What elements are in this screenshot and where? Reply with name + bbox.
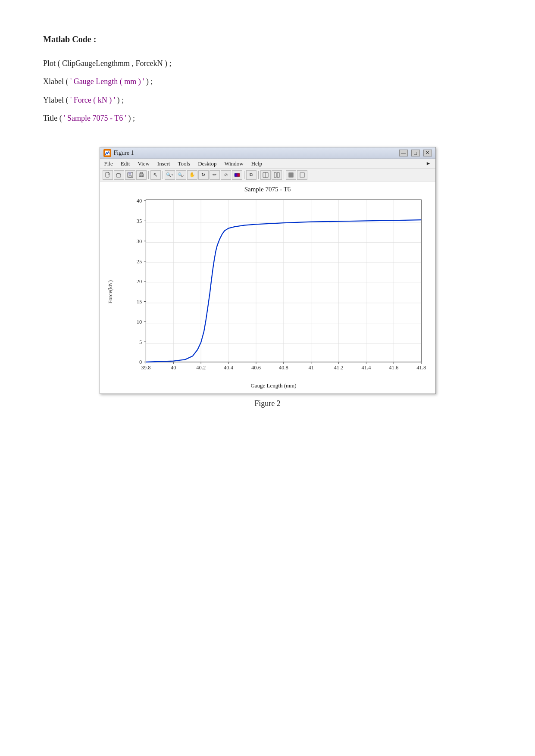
svg-text:40.4: 40.4 — [224, 364, 234, 370]
menu-insert[interactable]: Insert — [156, 160, 171, 168]
toolbar-sep5 — [284, 171, 284, 179]
figure-plot-area: Sample 7075 - T6 Force(kN) — [100, 181, 435, 394]
code-line-1: Plot ( ClipGaugeLengthmm , ForcekN ) ; — [43, 56, 492, 70]
close-button[interactable]: ✕ — [423, 150, 432, 156]
menu-file[interactable]: File — [103, 160, 114, 168]
svg-text:40: 40 — [171, 364, 176, 370]
svg-text:40: 40 — [136, 198, 142, 204]
toolbar-copy-btn[interactable]: ⧉ — [246, 170, 257, 180]
code-line-4: Title ( ' Sample 7075 - T6 ' ) ; — [43, 111, 492, 125]
toolbar-print-btn[interactable] — [136, 170, 147, 180]
svg-text:41.4: 41.4 — [361, 364, 371, 370]
svg-rect-12 — [274, 172, 276, 178]
code-line-2: Xlabel ( ' Gauge Length ( mm ) ' ) ; — [43, 75, 492, 88]
menu-edit[interactable]: Edit — [120, 160, 131, 168]
svg-text:40.2: 40.2 — [196, 364, 206, 370]
toolbar-sep2 — [163, 171, 163, 179]
code-line4-str: ' Sample 7075 - T6 ' — [64, 114, 126, 122]
code-line3-post: ) ; — [115, 96, 124, 104]
toolbar-brush-btn[interactable]: ✏ — [210, 170, 220, 180]
code-line3-str: ' Force ( kN ) ' — [70, 96, 115, 104]
svg-text:41.6: 41.6 — [389, 364, 398, 370]
minimize-button[interactable]: — — [399, 150, 408, 156]
figure-titlebar-left: Figure 1 — [103, 149, 134, 157]
svg-text:25: 25 — [136, 258, 142, 264]
menu-help[interactable]: Help — [250, 160, 263, 168]
svg-text:41: 41 — [308, 364, 314, 370]
toolbar-tile2-btn[interactable] — [272, 170, 282, 180]
svg-rect-14 — [289, 173, 293, 177]
toolbar-open-btn[interactable] — [114, 170, 124, 180]
menu-view[interactable]: View — [137, 160, 150, 168]
svg-text:30: 30 — [136, 238, 142, 244]
toolbar-sep4 — [258, 171, 259, 179]
plot-svg: 0 5 10 15 20 — [116, 195, 431, 381]
y-label: Force(kN) — [104, 195, 116, 389]
code-line2-post: ) ; — [144, 77, 153, 86]
svg-text:15: 15 — [136, 299, 142, 305]
toolbar-sep3 — [244, 171, 244, 179]
code-line4-pre: Title ( — [43, 114, 64, 122]
plot-container: Force(kN) — [104, 195, 431, 389]
svg-rect-5 — [129, 175, 131, 177]
figure-window: Figure 1 — □ ✕ File Edit View Insert Too… — [100, 147, 436, 394]
menu-tools[interactable]: Tools — [177, 160, 191, 168]
svg-text:41.2: 41.2 — [334, 364, 343, 370]
svg-rect-13 — [277, 172, 279, 178]
svg-text:20: 20 — [136, 278, 142, 284]
svg-text:5: 5 — [139, 339, 142, 345]
code-line4-post: ) ; — [126, 114, 135, 122]
toolbar-sq2-btn[interactable] — [297, 170, 307, 180]
menu-desktop[interactable]: Desktop — [197, 160, 217, 168]
code-line-3: Ylabel ( ' Force ( kN ) ' ) ; — [43, 93, 492, 107]
svg-text:39.8: 39.8 — [141, 364, 150, 370]
toolbar-sq1-btn[interactable] — [286, 170, 296, 180]
figure-toolbar: ↖ 🔍+ 🔍- ✋ ↻ ✏ ⊘ ⧉ — [100, 169, 435, 181]
toolbar-save-btn[interactable] — [125, 170, 135, 180]
svg-text:40.8: 40.8 — [278, 364, 288, 370]
figure-titlebar-right: — □ ✕ — [399, 150, 432, 156]
menu-arrow: ► — [425, 160, 432, 167]
toolbar-new-btn[interactable] — [103, 170, 113, 180]
svg-text:10: 10 — [136, 319, 142, 325]
toolbar-zoomout-btn[interactable]: 🔍- — [176, 170, 186, 180]
toolbar-tile1-btn[interactable] — [260, 170, 271, 180]
svg-text:40.6: 40.6 — [251, 364, 260, 370]
svg-rect-9 — [235, 173, 240, 177]
svg-rect-15 — [300, 173, 304, 177]
code-line2-str: ' Gauge Length ( mm ) ' — [70, 77, 144, 86]
figure-menubar: File Edit View Insert Tools Desktop Wind… — [100, 159, 435, 169]
svg-text:35: 35 — [136, 218, 142, 224]
toolbar-sep1 — [148, 171, 149, 179]
code-line3-pre: Ylabel ( — [43, 96, 70, 104]
figure-icon — [103, 149, 111, 157]
plot-title: Sample 7075 - T6 — [104, 186, 431, 193]
svg-rect-4 — [128, 172, 131, 175]
maximize-button[interactable]: □ — [411, 150, 420, 156]
menu-window[interactable]: Window — [223, 160, 244, 168]
toolbar-pan-btn[interactable]: ✋ — [187, 170, 197, 180]
x-label: Gauge Length (mm) — [116, 382, 431, 389]
figure-titlebar: Figure 1 — □ ✕ — [100, 147, 435, 159]
toolbar-brush2-btn[interactable]: ⊘ — [221, 170, 231, 180]
toolbar-zoomin-btn[interactable]: 🔍+ — [165, 170, 175, 180]
toolbar-colorbar-btn[interactable] — [232, 170, 242, 180]
code-line2-pre: Xlabel ( — [43, 77, 70, 86]
plot-inner: 0 5 10 15 20 — [116, 195, 431, 389]
toolbar-rotate-btn[interactable]: ↻ — [198, 170, 209, 180]
figure-caption: Figure 2 — [43, 399, 492, 408]
figure-title-label: Figure 1 — [114, 150, 134, 156]
toolbar-arrow-btn[interactable]: ↖ — [150, 170, 161, 180]
section-title: Matlab Code : — [43, 34, 492, 44]
svg-text:41.8: 41.8 — [416, 364, 426, 370]
